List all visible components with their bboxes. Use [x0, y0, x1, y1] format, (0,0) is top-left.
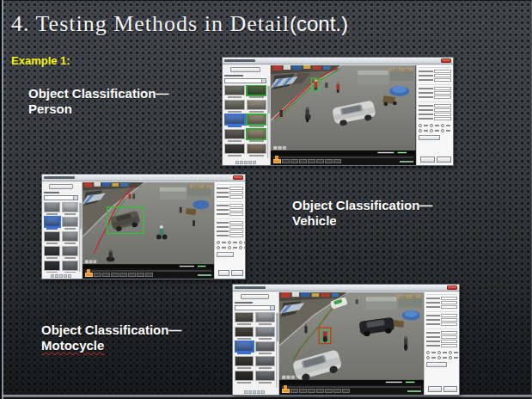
radio-button[interactable] — [228, 241, 231, 244]
detection-thumbnail[interactable] — [44, 202, 60, 215]
detection-thumbnail[interactable] — [235, 371, 254, 384]
playback-button[interactable] — [145, 273, 153, 277]
radio-button[interactable] — [449, 351, 452, 354]
close-icon[interactable] — [447, 285, 457, 290]
pager-button[interactable] — [68, 274, 71, 278]
field-input[interactable] — [434, 117, 451, 120]
field-input[interactable] — [229, 187, 243, 190]
play-button[interactable] — [85, 273, 93, 277]
field-input[interactable] — [434, 87, 451, 90]
field-input[interactable] — [229, 208, 243, 212]
field-input[interactable] — [441, 344, 457, 347]
pager-button[interactable] — [51, 274, 54, 278]
radio-button[interactable] — [239, 246, 242, 249]
detection-thumbnail[interactable] — [235, 327, 254, 340]
detection-thumbnail[interactable] — [224, 85, 245, 98]
playback-button[interactable] — [94, 273, 101, 277]
radio-button[interactable] — [426, 351, 430, 354]
playback-button[interactable] — [333, 159, 341, 163]
detection-thumbnail[interactable] — [255, 356, 274, 369]
close-icon[interactable] — [233, 175, 243, 180]
playback-button[interactable] — [299, 389, 307, 393]
field-input[interactable] — [441, 297, 457, 300]
playback-button[interactable] — [325, 389, 333, 393]
pager-button[interactable] — [253, 390, 256, 394]
cancel-button[interactable] — [231, 270, 243, 276]
field-input[interactable] — [229, 221, 243, 224]
detection-thumbnail[interactable] — [44, 217, 60, 230]
ok-button[interactable] — [428, 386, 442, 392]
pager-button[interactable] — [235, 161, 239, 164]
field-input[interactable] — [441, 331, 457, 335]
detection-thumbnail[interactable] — [62, 202, 78, 215]
detection-thumbnail[interactable] — [44, 261, 60, 273]
playback-button[interactable] — [102, 273, 110, 277]
play-button[interactable] — [282, 389, 290, 393]
playback-button[interactable] — [325, 159, 333, 163]
field-input[interactable] — [434, 70, 451, 73]
play-button[interactable] — [273, 159, 281, 163]
playback-button[interactable] — [308, 159, 315, 163]
playback-button[interactable] — [119, 273, 127, 277]
ok-button[interactable] — [420, 157, 435, 163]
panel-button[interactable] — [49, 184, 74, 189]
field-input[interactable] — [441, 305, 457, 309]
close-icon[interactable] — [441, 58, 451, 63]
field-input[interactable] — [441, 335, 457, 339]
thumbnail-scrollbar[interactable] — [79, 203, 82, 272]
filter-dropdown[interactable] — [44, 195, 78, 200]
pager-button[interactable] — [248, 390, 252, 394]
radio-button[interactable] — [239, 241, 242, 244]
pager-button[interactable] — [248, 161, 252, 164]
video-scrubber[interactable] — [85, 270, 211, 272]
field-input[interactable] — [441, 340, 457, 343]
ok-button[interactable] — [218, 270, 230, 276]
playback-button[interactable] — [128, 273, 136, 277]
radio-button[interactable] — [430, 124, 433, 127]
playback-button[interactable] — [137, 273, 144, 277]
pager-button[interactable] — [253, 161, 256, 164]
pager-button[interactable] — [261, 390, 265, 394]
detection-thumbnail[interactable] — [235, 356, 254, 369]
radio-button[interactable] — [228, 246, 231, 249]
detection-thumbnail[interactable] — [235, 312, 254, 325]
field-input[interactable] — [434, 91, 451, 95]
field-input[interactable] — [434, 95, 451, 99]
radio-button[interactable] — [419, 124, 422, 127]
radio-button[interactable] — [437, 356, 441, 359]
detection-thumbnail[interactable] — [62, 231, 78, 244]
pager-button[interactable] — [240, 161, 243, 164]
detection-thumbnail[interactable] — [255, 327, 274, 340]
field-input[interactable] — [229, 212, 243, 216]
filter-dropdown[interactable] — [235, 305, 275, 310]
detection-thumbnail[interactable] — [247, 85, 267, 98]
thumbnail-scrollbar[interactable] — [267, 86, 270, 158]
radio-button[interactable] — [419, 129, 422, 132]
field-input[interactable] — [229, 234, 243, 237]
field-input[interactable] — [434, 104, 451, 107]
detection-thumbnail[interactable] — [255, 371, 274, 384]
field-input[interactable] — [229, 191, 243, 194]
field-input[interactable] — [441, 322, 457, 326]
detection-thumbnail[interactable] — [255, 312, 274, 325]
detection-thumbnail[interactable] — [224, 114, 245, 127]
panel-small-button[interactable] — [426, 362, 447, 367]
field-input[interactable] — [434, 74, 451, 77]
detection-thumbnail[interactable] — [62, 217, 78, 230]
video-scrubber[interactable] — [273, 157, 413, 158]
detection-thumbnail[interactable] — [224, 144, 245, 157]
pager-button[interactable] — [244, 161, 248, 164]
radio-button[interactable] — [441, 129, 444, 132]
field-input[interactable] — [434, 108, 451, 112]
filter-dropdown[interactable] — [224, 78, 266, 83]
radio-button[interactable] — [437, 351, 441, 354]
field-input[interactable] — [229, 225, 243, 229]
scrubber-handle[interactable] — [284, 385, 287, 389]
field-input[interactable] — [229, 204, 243, 207]
pager-button[interactable] — [59, 274, 63, 278]
cancel-button[interactable] — [437, 157, 451, 163]
field-input[interactable] — [229, 230, 243, 233]
detection-thumbnail[interactable] — [224, 129, 245, 142]
scrubber-handle[interactable] — [87, 269, 90, 273]
pager-button[interactable] — [55, 274, 58, 278]
